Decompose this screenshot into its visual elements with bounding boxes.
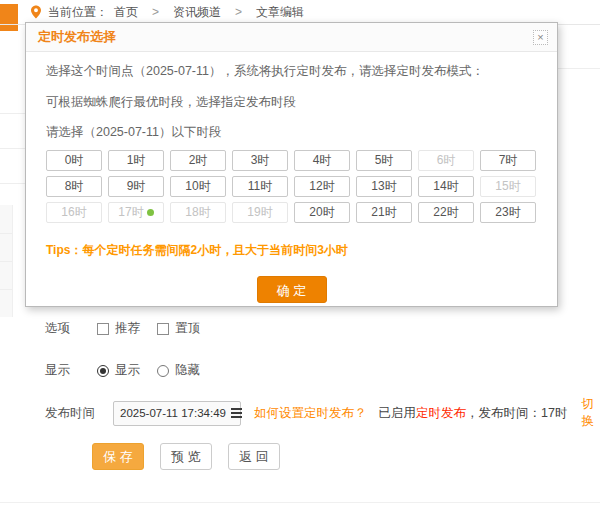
modal-body: 选择这个时间点（2025-07-11），系统将执行定时发布，请选择定时发布模式：… (26, 63, 557, 303)
calendar-icon[interactable] (231, 408, 242, 418)
back-button[interactable]: 返 回 (228, 443, 280, 470)
options-label: 选项 (45, 320, 97, 337)
modal-hint-text: 可根据蜘蛛爬行最优时段，选择指定发布时段 (46, 94, 537, 111)
hour-button[interactable]: 9时 (108, 176, 164, 197)
hour-button[interactable]: 0时 (46, 150, 102, 171)
confirm-button[interactable]: 确 定 (257, 276, 327, 303)
hour-button[interactable]: 14时 (418, 176, 474, 197)
save-button[interactable]: 保 存 (92, 443, 144, 470)
close-icon[interactable]: × (533, 30, 548, 45)
schedule-status-text: 已启用定时发布，发布时间：17时 (379, 405, 568, 422)
schedule-publish-modal: 定时发布选择 × 选择这个时间点（2025-07-11），系统将执行定时发布，请… (25, 22, 558, 307)
modal-intro-text: 选择这个时间点（2025-07-11），系统将执行定时发布，请选择定时发布模式： (46, 63, 537, 80)
background-left-panel (0, 205, 13, 317)
breadcrumb-separator: > (144, 5, 167, 19)
hour-button[interactable]: 4时 (294, 150, 350, 171)
hour-button[interactable]: 22时 (418, 202, 474, 223)
hide-radio-label: 隐藏 (175, 362, 200, 379)
modal-select-label: 请选择（2025-07-11）以下时段 (46, 124, 537, 141)
hour-button[interactable]: 2时 (170, 150, 226, 171)
background-row-line (0, 113, 25, 114)
selected-hour-dot-icon (147, 209, 154, 216)
hour-button[interactable]: 7时 (480, 150, 536, 171)
tips-text: Tips：每个定时任务需间隔2小时，且大于当前时间3小时 (46, 242, 537, 259)
hour-button[interactable]: 12时 (294, 176, 350, 197)
page-corner-accent (0, 4, 18, 31)
breadcrumb-separator: > (227, 5, 250, 19)
modal-header: 定时发布选择 × (26, 23, 557, 52)
breadcrumb: 当前位置： 首页 > 资讯频道 > 文章编辑 (30, 4, 304, 20)
display-row: 显示 显示 隐藏 (45, 362, 217, 379)
breadcrumb-item-channel[interactable]: 资讯频道 (173, 4, 221, 21)
publish-time-input[interactable]: 2025-07-11 17:34:49 (113, 401, 241, 426)
recommend-checkbox[interactable] (97, 323, 109, 335)
confirm-row: 确 定 (46, 276, 537, 303)
hour-grid: 0时 1时 2时 3时 4时 5时 6时 7时 8时 9时 10时 11时 12… (46, 150, 538, 223)
background-row-line (0, 148, 25, 149)
pin-top-checkbox-label: 置顶 (175, 320, 200, 337)
background-row-line (0, 183, 25, 184)
breadcrumb-item-home[interactable]: 首页 (114, 4, 138, 21)
hour-button[interactable]: 10时 (170, 176, 226, 197)
options-row: 选项 推荐 置顶 (45, 320, 217, 337)
hour-button[interactable]: 20时 (294, 202, 350, 223)
hour-button[interactable]: 21时 (356, 202, 412, 223)
hour-button[interactable]: 3时 (232, 150, 288, 171)
publish-time-label: 发布时间 (45, 405, 97, 422)
hour-button[interactable]: 18时 (170, 202, 226, 223)
display-label: 显示 (45, 362, 97, 379)
preview-button[interactable]: 预 览 (160, 443, 212, 470)
hour-button[interactable]: 19时 (232, 202, 288, 223)
show-radio[interactable] (97, 365, 109, 377)
hour-button[interactable]: 13时 (356, 176, 412, 197)
hour-button[interactable]: 6时 (418, 150, 474, 171)
pin-top-checkbox[interactable] (157, 323, 169, 335)
publish-time-value: 2025-07-11 17:34:49 (120, 407, 226, 419)
hour-button[interactable]: 1时 (108, 150, 164, 171)
hour-button[interactable]: 8时 (46, 176, 102, 197)
hour-button[interactable]: 11时 (232, 176, 288, 197)
publish-time-row: 发布时间 2025-07-11 17:34:49 如何设置定时发布？ 已启用定时… (45, 400, 600, 426)
background-row-line (558, 68, 600, 69)
schedule-help-link[interactable]: 如何设置定时发布？ (254, 405, 367, 422)
location-pin-icon (30, 5, 42, 19)
modal-title: 定时发布选择 (38, 29, 116, 44)
breadcrumb-prefix: 当前位置： (48, 4, 108, 21)
schedule-status-highlight: 定时发布 (416, 406, 466, 420)
breadcrumb-item-article-edit[interactable]: 文章编辑 (256, 4, 304, 21)
hour-button[interactable]: 16时 (46, 202, 102, 223)
switch-link[interactable]: 切换 (581, 396, 600, 430)
recommend-checkbox-label: 推荐 (115, 320, 140, 337)
hour-button[interactable]: 15时 (480, 176, 536, 197)
hour-button[interactable]: 5时 (356, 150, 412, 171)
hour-button[interactable]: 23时 (480, 202, 536, 223)
hide-radio[interactable] (157, 365, 169, 377)
hour-button[interactable]: 17时 (108, 202, 164, 223)
background-bottom-line (0, 502, 600, 503)
show-radio-label: 显示 (115, 362, 140, 379)
action-buttons-row: 保 存 预 览 返 回 (92, 443, 280, 470)
